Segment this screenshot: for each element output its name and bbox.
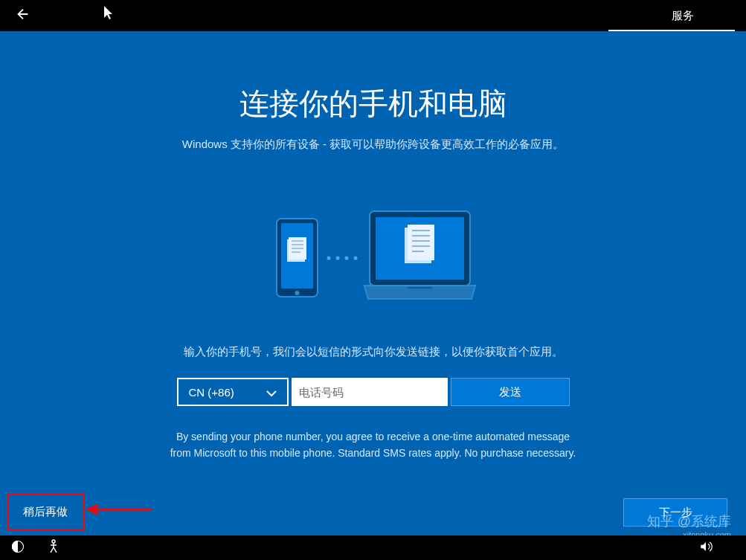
svg-rect-15 [408,287,432,289]
cursor-icon [104,6,116,24]
speaker-icon[interactable] [699,540,713,556]
ease-of-access-icon[interactable] [11,540,25,556]
main-content: 连接你的手机和电脑 Windows 支持你的所有设备 - 获取可以帮助你跨设备更… [0,31,746,462]
title-bar: 服务 [0,0,746,31]
page-heading: 连接你的手机和电脑 [0,83,746,124]
svg-point-10 [335,257,339,260]
svg-point-2 [295,291,299,295]
disclaimer-line1: By sending your phone number, you agree … [0,428,746,445]
services-label[interactable]: 服务 [672,9,694,23]
annotation-arrow-icon [86,502,152,517]
next-button[interactable]: 下一步 [623,498,727,527]
phone-pc-illustration [0,204,746,315]
instruction-text: 输入你的手机号，我们会以短信的形式向你发送链接，以便你获取首个应用。 [0,345,746,359]
svg-point-11 [344,257,348,260]
page-subheading: Windows 支持你的所有设备 - 获取可以帮助你跨设备更高效工作的必备应用。 [0,138,746,152]
services-underline [608,30,735,31]
bottom-bar [0,535,746,560]
send-button[interactable]: 发送 [451,378,570,406]
svg-point-24 [52,540,55,543]
disclaimer-line2: from Microsoft to this mobile phone. Sta… [0,445,746,461]
country-code-select[interactable]: CN (+86) [177,378,289,406]
do-later-button[interactable]: 稍后再做 [11,498,80,526]
accessibility-icon[interactable] [47,539,60,557]
chevron-down-icon [266,386,277,399]
phone-input-row: CN (+86) 发送 [0,378,746,406]
country-code-value: CN (+86) [189,386,234,399]
phone-number-input[interactable] [292,378,448,406]
back-arrow-icon[interactable] [15,6,31,26]
svg-point-9 [327,257,330,260]
svg-point-12 [353,257,357,260]
